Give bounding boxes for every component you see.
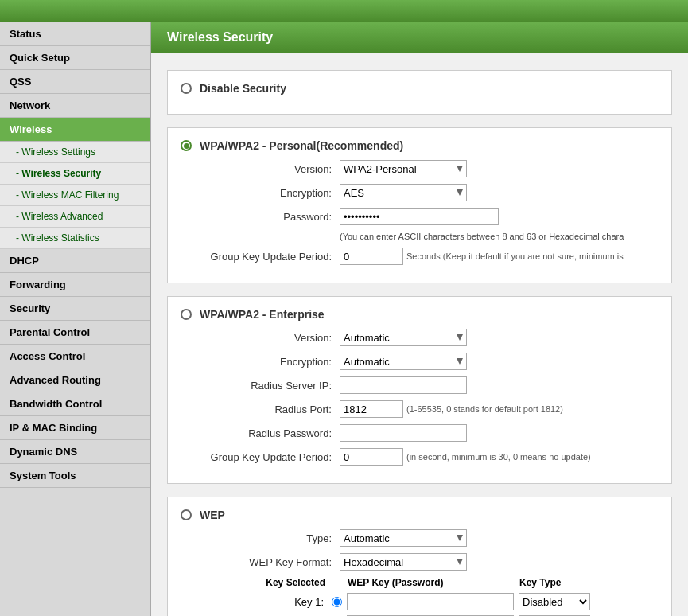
wpa-enterprise-encryption-label: Encryption: [181,356,340,368]
wep-type-select[interactable]: Automatic Open System Shared Key [340,529,467,547]
wpa-enterprise-radius-ip-row: Radius Server IP: [181,376,659,394]
wpa-enterprise-groupkey-label: Group Key Update Period: [181,451,340,463]
wpa-enterprise-radius-password-row: Radius Password: [181,424,659,442]
sidebar-item-quick-setup[interactable]: Quick Setup [0,46,150,70]
wpa-personal-groupkey-row: Group Key Update Period: Seconds (Keep i… [181,248,659,265]
wep-format-row: WEP Key Format: Hexadecimal ASCII [181,553,659,571]
disable-security-radio[interactable] [181,83,192,94]
wpa-personal-version-label: Version: [181,163,340,175]
content-header: Wireless Security [151,22,688,53]
wep-label: WEP [200,509,225,521]
wpa-personal-groupkey-label: Group Key Update Period: [181,251,340,263]
sidebar-item-bandwidth-control[interactable]: Bandwidth Control [0,392,150,416]
wep-type-row: Type: Automatic Open System Shared Key [181,529,659,547]
wep-col-key-type: Key Type [519,577,591,588]
wep-section: WEP Type: Automatic Open System Shared K… [167,497,672,616]
wpa-personal-encryption-select[interactable]: Automatic TKIP AES [340,184,467,201]
wep-type-label: Type: [181,532,340,544]
sidebar-item-access-control[interactable]: Access Control [0,345,150,368]
sidebar-item-parental-control[interactable]: Parental Control [0,321,150,345]
disable-security-row[interactable]: Disable Security [181,82,659,95]
sidebar-item-dynamic-dns[interactable]: Dynamic DNS [0,440,150,464]
wpa-enterprise-radius-password-input[interactable] [340,424,467,442]
wep-format-label: WEP Key Format: [181,556,340,568]
wep-key-1-type-select[interactable]: Disabled 64-bit 128-bit 152-bit [519,593,590,610]
wep-col-key-selected: Key Selected [196,577,348,588]
disable-security-section: Disable Security [167,70,672,115]
wpa-personal-version-select[interactable]: Automatic WPA-Personal WPA2-Personal [340,160,467,177]
wpa-personal-groupkey-input[interactable] [340,248,403,265]
disable-security-label: Disable Security [200,82,286,95]
wpa-enterprise-encryption-select[interactable]: Automatic TKIP AES [340,353,467,370]
wep-key-1-radio[interactable] [332,597,342,607]
sidebar-subitem-wireless-security[interactable]: - Wireless Security [0,163,150,185]
wpa-enterprise-radius-port-label: Radius Port: [181,404,340,415]
wpa-personal-encryption-label: Encryption: [181,187,340,199]
outer-wrapper: Status Quick Setup QSS Network Wireless … [0,0,688,616]
sidebar-item-status[interactable]: Status [0,22,150,46]
main-layout: Status Quick Setup QSS Network Wireless … [0,22,688,616]
wpa-enterprise-groupkey-input[interactable] [340,448,403,466]
sidebar-item-ip-mac-binding[interactable]: IP & MAC Binding [0,416,150,440]
wpa-enterprise-radio[interactable] [181,309,192,320]
wep-key-1-label: Key 1: [181,596,332,608]
wpa-enterprise-groupkey-row: Group Key Update Period: (in second, min… [181,448,659,466]
sidebar-item-system-tools[interactable]: System Tools [0,464,150,488]
sidebar-item-security[interactable]: Security [0,297,150,321]
wpa-personal-title-row[interactable]: WPA/WPA2 - Personal(Recommended) [181,139,659,152]
wep-format-select[interactable]: Hexadecimal ASCII [340,553,467,571]
wpa-personal-label: WPA/WPA2 - Personal(Recommended) [200,139,403,152]
sidebar-item-forwarding[interactable]: Forwarding [0,273,150,297]
sidebar-subitem-wireless-statistics[interactable]: - Wireless Statistics [0,228,150,249]
wep-col-wep-key: WEP Key (Password) [348,577,515,588]
sidebar-item-advanced-routing[interactable]: Advanced Routing [0,368,150,392]
wpa-enterprise-radius-ip-label: Radius Server IP: [181,380,340,392]
wpa-enterprise-version-label: Version: [181,332,340,344]
wpa-personal-section: WPA/WPA2 - Personal(Recommended) Version… [167,127,672,283]
wep-key-1-row: Key 1: Disabled 64-bit 128-bit 152-bit [181,593,659,610]
wpa-personal-password-label: Password: [181,211,340,223]
wpa-personal-groupkey-note: Seconds (Keep it default if you are not … [406,251,624,261]
wpa-enterprise-version-row: Version: Automatic WPA WPA2 [181,329,659,346]
wpa-personal-password-row: Password: [181,208,659,225]
wep-title-row[interactable]: WEP [181,509,659,521]
wpa-enterprise-radius-port-input[interactable] [340,400,403,418]
wpa-personal-radio[interactable] [181,140,192,151]
wpa-enterprise-label: WPA/WPA2 - Enterprise [200,308,325,321]
wpa-enterprise-title-row[interactable]: WPA/WPA2 - Enterprise [181,308,659,321]
wep-key-1-input[interactable] [347,593,514,610]
sidebar-subitem-wireless-mac-filtering[interactable]: - Wireless MAC Filtering [0,185,150,206]
sidebar-subitem-wireless-settings[interactable]: - Wireless Settings [0,142,150,163]
top-bar [0,0,688,22]
page-title: Wireless Security [167,30,672,45]
wpa-personal-password-input[interactable] [340,208,499,225]
content-area: Wireless Security Disable Security WPA/W… [151,22,688,616]
sidebar-item-network[interactable]: Network [0,94,150,118]
wpa-enterprise-radius-password-label: Radius Password: [181,427,340,439]
sidebar-item-wireless[interactable]: Wireless [0,118,150,142]
wpa-enterprise-radius-ip-input[interactable] [340,376,467,394]
wep-radio[interactable] [181,509,192,520]
sidebar-item-qss[interactable]: QSS [0,70,150,94]
wpa-enterprise-radius-port-note: (1-65535, 0 stands for default port 1812… [406,404,563,414]
wpa-enterprise-version-select[interactable]: Automatic WPA WPA2 [340,329,467,346]
wpa-enterprise-section: WPA/WPA2 - Enterprise Version: Automatic… [167,296,672,484]
wpa-enterprise-radius-port-row: Radius Port: (1-65535, 0 stands for defa… [181,400,659,418]
content-body: Disable Security WPA/WPA2 - Personal(Rec… [151,62,688,616]
wpa-enterprise-groupkey-note: (in second, minimum is 30, 0 means no up… [406,452,591,462]
wpa-personal-hint: (You can enter ASCII characters between … [340,232,659,241]
sidebar-item-dhcp[interactable]: DHCP [0,249,150,273]
sidebar: Status Quick Setup QSS Network Wireless … [0,22,151,616]
wpa-personal-version-row: Version: Automatic WPA-Personal WPA2-Per… [181,160,659,177]
wpa-personal-encryption-row: Encryption: Automatic TKIP AES [181,184,659,201]
wpa-enterprise-encryption-row: Encryption: Automatic TKIP AES [181,353,659,370]
sidebar-subitem-wireless-advanced[interactable]: - Wireless Advanced [0,206,150,228]
